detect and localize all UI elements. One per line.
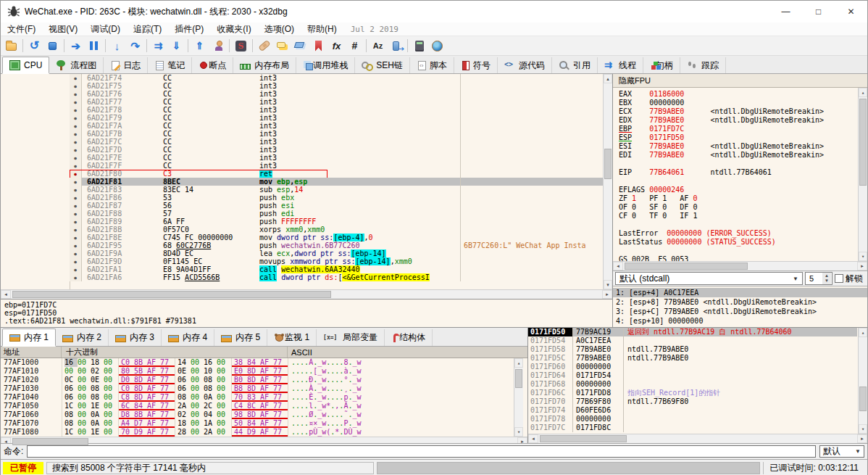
dump-byte[interactable]: 1C [64,428,78,437]
dump-byte[interactable]: 0C [64,376,78,384]
scroll-up-arrow-icon[interactable]: ▴ [604,74,612,83]
dump-byte[interactable]: 44 [234,428,247,437]
register-line[interactable]: OF 0 SF 0 DF 0 [619,203,857,212]
pause-icon[interactable] [85,37,103,55]
disasm-row[interactable]: ●6AD21F74CCint3 [70,74,604,82]
dump-byte[interactable]: AF [260,367,273,376]
crc-hash-icon[interactable]: # [346,37,364,55]
tab-source[interactable]: 源代码 [498,57,552,73]
tab-dump-4[interactable]: 内存 4 [162,329,214,346]
minimize-button[interactable]: — [769,1,802,22]
register-line[interactable]: GS 002B FS 0053 [619,255,857,261]
scroll-track[interactable] [859,337,867,424]
dump-byte[interactable]: 00 [104,410,117,419]
scroll-down-arrow-icon[interactable]: ▾ [859,424,867,434]
dump-byte[interactable]: C8 [121,393,134,402]
dump-byte[interactable]: 00 [217,358,230,367]
register-line[interactable]: EIP 77B64061 ntdll.77B64061 [619,168,857,177]
dump-byte[interactable]: 00 [78,410,91,419]
maximize-button[interactable]: □ [802,1,835,22]
dump-byte[interactable]: 00 [191,428,204,437]
dump-byte[interactable]: 6C [121,402,134,410]
dump-byte[interactable]: 14 [178,358,191,367]
disasm-row[interactable]: ●6AD21F8756push esi [70,202,604,210]
dump-byte[interactable]: 00 [217,384,230,393]
restart-icon[interactable]: ↺ [25,37,43,55]
dump-byte[interactable]: 02 [178,410,191,419]
breakpoint-dot-icon[interactable]: ● [70,226,82,234]
tab-breakpoints[interactable]: 断点 [192,57,233,73]
dump-byte[interactable]: 0E [91,376,104,384]
dump-byte[interactable]: AF [147,367,160,376]
dump-byte[interactable]: 77 [273,419,286,428]
tab-graph[interactable]: 流程图 [49,57,104,73]
register-line[interactable]: ESI 77B9ABE0 <ntdll.DbgUiRemoteBreakin> [619,142,857,151]
scroll-right-arrow-icon[interactable]: ▸ [857,262,867,270]
scroll-track[interactable] [859,97,867,252]
dump-byte[interactable]: 0A [204,393,217,402]
dump-byte[interactable]: 83 [247,393,260,402]
stack-row[interactable]: 0171FD640171FD54 [528,371,857,380]
dump-byte[interactable]: 2A [178,402,191,410]
dump-byte[interactable]: 00 [191,393,204,402]
dump-byte[interactable]: 8D [247,367,260,376]
disasm-row[interactable]: ●6AD21F7ECCint3 [70,154,604,162]
dump-byte[interactable]: AF [147,410,160,419]
dump-byte[interactable]: 77 [273,384,286,393]
dump-byte[interactable]: D0 [121,376,134,384]
dump-row[interactable]: 77AF100016001800C08BAF77140016003884AF77… [1,358,527,367]
dump-vscrollbar[interactable]: ▴ ▾ [514,358,523,437]
scroll-thumb[interactable] [604,149,612,179]
labels-icon[interactable] [291,37,309,55]
dump-byte[interactable]: 00 [78,419,91,428]
tab-log[interactable]: 日志 [104,57,148,73]
tab-trace[interactable]: 跟踪 [680,57,726,73]
tab-script[interactable]: 脚本 [410,57,454,73]
breakpoint-dot-icon[interactable]: ● [70,234,82,241]
dump-byte[interactable]: AF [147,428,160,437]
breakpoint-dot-icon[interactable]: ● [70,249,82,257]
dump-byte[interactable]: 00 [104,419,117,428]
breakpoint-dot-icon[interactable]: ● [70,154,82,162]
argument-count-stepper[interactable]: 5 ▲▼ [805,272,832,285]
dump-byte[interactable]: 08 [204,376,217,384]
dump-byte[interactable]: 00 [104,384,117,393]
scroll-thumb[interactable] [625,263,748,270]
stack-row[interactable]: 0171FD7077B69F80ntdll.77B69F80 [528,397,857,406]
run-to-user-code-icon[interactable] [209,37,227,55]
dump-byte[interactable]: 10 [204,367,217,376]
disassembly-hscrollbar[interactable]: ◂ ▸ [1,289,612,299]
disasm-row[interactable]: ●6AD21F7ACCint3 [70,122,604,130]
dump-byte[interactable]: AF [260,393,273,402]
disassembly-vscrollbar[interactable]: ▴ ▾ [603,74,612,289]
tab-references[interactable]: 引用 [552,57,598,73]
dump-byte[interactable]: 8D [247,376,260,384]
registers-hscrollbar[interactable]: ◂ ▸ [613,261,867,270]
dump-byte[interactable]: 00 [217,367,230,376]
dump-byte[interactable]: 16 [64,358,78,367]
stack-vscrollbar[interactable]: ▴ ▾ [858,328,867,434]
dump-byte[interactable]: 77 [160,358,173,367]
breakpoint-dot-icon[interactable]: ● [70,114,82,122]
dump-row[interactable]: 77AF10200C000E00D08DAF7706000800B08DAF77… [1,376,527,384]
call-argument[interactable]: 2: [esp+8] 77B9ABE0 <ntdll.DbgUiRemoteBr… [613,297,867,307]
register-line[interactable] [619,220,857,229]
comments-icon[interactable] [273,37,291,55]
disasm-row[interactable]: ●6AD21F78CCint3 [70,106,604,114]
dump-byte[interactable]: 00 [104,402,117,410]
dump-byte[interactable]: D7 [134,419,147,428]
dump-byte[interactable]: 0E [178,367,191,376]
menu-item[interactable]: 选项(O) [258,22,301,36]
dump-byte[interactable]: 00 [217,402,230,410]
menu-item[interactable]: 调试(D) [84,22,127,36]
scroll-right-arrow-icon[interactable]: ▸ [602,290,612,299]
dump-row[interactable]: 77AF106008000A00D88BAF7702000400988DAF77… [1,410,527,419]
breakpoint-dot-icon[interactable]: ● [70,257,82,265]
dump-byte[interactable]: AF [147,384,160,393]
disasm-row[interactable]: ●6AD21F7BCCint3 [70,130,604,138]
call-argument[interactable]: 3: [esp+C] 77B9ABE0 <ntdll.DbgUiRemoteBr… [613,307,867,316]
breakpoint-dot-icon[interactable]: ● [70,122,82,130]
functions-icon[interactable]: fx [327,37,346,55]
scroll-down-arrow-icon[interactable]: ▾ [604,280,612,289]
disasm-row[interactable]: ●6AD21F77CCint3 [70,98,604,106]
